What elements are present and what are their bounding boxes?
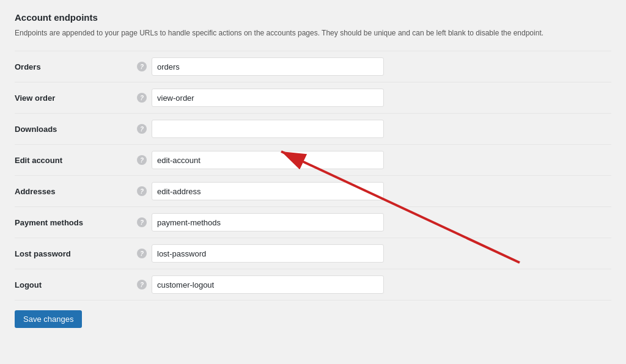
field-label-edit-account: Edit account [15, 156, 62, 165]
field-label-lost-password: Lost password [15, 249, 71, 258]
help-icon-downloads[interactable]: ? [137, 124, 147, 134]
field-label-logout: Logout [15, 280, 42, 289]
help-icon-lost-password[interactable]: ? [137, 249, 147, 258]
settings-table: Orders?View order?Downloads?Edit account… [15, 51, 611, 300]
input-logout[interactable] [152, 275, 384, 294]
input-addresses[interactable] [152, 182, 384, 200]
help-icon-logout[interactable]: ? [137, 280, 147, 289]
table-row: View order? [15, 82, 611, 114]
input-edit-account[interactable] [152, 151, 384, 169]
help-icon-addresses[interactable]: ? [137, 186, 147, 196]
table-row: Logout? [15, 269, 611, 300]
table-row: Edit account? [15, 145, 611, 176]
table-row: Downloads? [15, 114, 611, 145]
help-icon-edit-account[interactable]: ? [137, 155, 147, 165]
table-row: Lost password? [15, 238, 611, 269]
page-container: Account endpoints Endpoints are appended… [0, 0, 626, 364]
section-title: Account endpoints [15, 12, 611, 23]
field-label-downloads: Downloads [15, 125, 57, 134]
table-row: Payment methods? [15, 207, 611, 238]
field-label-orders: Orders [15, 62, 41, 71]
help-icon-orders[interactable]: ? [137, 62, 147, 71]
input-payment-methods[interactable] [152, 213, 384, 231]
field-label-payment-methods: Payment methods [15, 218, 83, 227]
input-view-order[interactable] [152, 89, 384, 107]
input-lost-password[interactable] [152, 244, 384, 263]
input-downloads[interactable] [152, 120, 384, 138]
help-icon-payment-methods[interactable]: ? [137, 217, 147, 227]
table-row: Addresses? [15, 176, 611, 207]
save-changes-button[interactable]: Save changes [15, 310, 82, 328]
field-label-view-order: View order [15, 93, 55, 103]
help-icon-view-order[interactable]: ? [137, 93, 147, 103]
input-orders[interactable] [152, 57, 384, 76]
field-label-addresses: Addresses [15, 187, 55, 196]
section-description: Endpoints are appended to your page URLs… [15, 27, 565, 38]
table-row: Orders? [15, 51, 611, 82]
